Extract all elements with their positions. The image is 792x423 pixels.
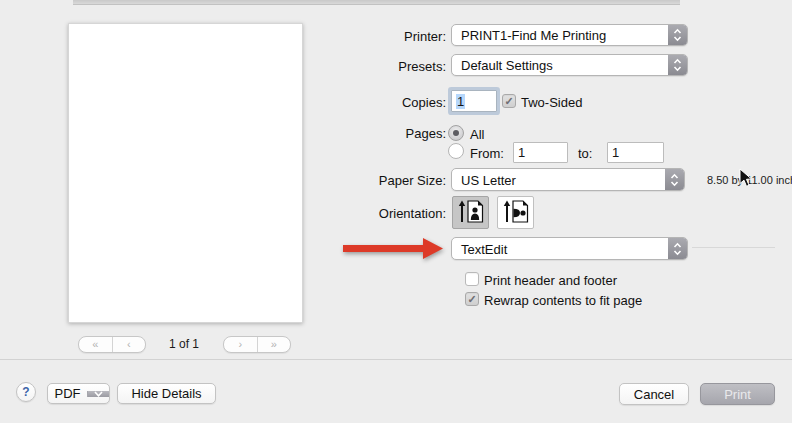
orientation-portrait-button[interactable] xyxy=(452,196,489,229)
pages-to-input[interactable]: 1 xyxy=(607,142,664,163)
popup-arrows-icon xyxy=(665,169,684,190)
popup-arrows-icon xyxy=(668,55,687,75)
footer-separator xyxy=(0,359,792,360)
pages-from-radio[interactable] xyxy=(448,143,464,159)
hide-details-label: Hide Details xyxy=(131,386,201,401)
orientation-landscape-button[interactable] xyxy=(497,196,534,229)
pager-forward-group: › » xyxy=(223,336,291,353)
print-label: Print xyxy=(724,387,751,402)
paper-size-label: Paper Size: xyxy=(336,173,446,188)
pages-from-label: From: xyxy=(470,146,504,161)
window-above-edge xyxy=(73,0,680,5)
pages-to-label: to: xyxy=(578,146,592,161)
last-page-icon: » xyxy=(271,339,277,350)
paper-size-popup[interactable]: US Letter xyxy=(451,168,685,191)
cancel-button[interactable]: Cancel xyxy=(619,383,689,405)
pager-back-group: « ‹ xyxy=(78,336,146,353)
print-preview-page xyxy=(68,23,303,323)
print-header-footer-label: Print header and footer xyxy=(484,273,617,288)
printer-popup-value: PRINT1-Find Me Printing xyxy=(461,28,606,43)
next-page-icon: › xyxy=(238,339,242,350)
first-page-button[interactable]: « xyxy=(79,337,113,352)
pages-to-value: 1 xyxy=(612,145,619,160)
orientation-label: Orientation: xyxy=(336,206,446,221)
copies-value: 1 xyxy=(456,94,465,109)
check-icon: ✓ xyxy=(467,294,476,305)
popup-arrows-icon xyxy=(668,238,687,259)
help-icon: ? xyxy=(22,385,29,399)
pdf-button-label: PDF xyxy=(48,386,87,401)
section-separator xyxy=(692,247,775,248)
presets-label: Presets: xyxy=(336,59,446,74)
presets-popup-value: Default Settings xyxy=(461,58,553,73)
portrait-orientation-icon xyxy=(458,199,484,227)
previous-page-icon: ‹ xyxy=(127,339,131,350)
popup-arrows-icon xyxy=(668,25,687,45)
print-button[interactable]: Print xyxy=(700,383,775,405)
two-sided-checkbox[interactable]: ✓ xyxy=(502,94,516,108)
help-button[interactable]: ? xyxy=(16,382,36,402)
printer-label: Printer: xyxy=(336,29,446,44)
check-icon: ✓ xyxy=(504,96,513,107)
rewrap-contents-label: Rewrap contents to fit page xyxy=(484,293,642,308)
chevron-down-icon xyxy=(87,391,109,397)
cancel-label: Cancel xyxy=(634,387,674,402)
app-options-popup[interactable]: TextEdit xyxy=(451,237,688,260)
rewrap-contents-checkbox[interactable]: ✓ xyxy=(465,292,479,306)
app-options-popup-value: TextEdit xyxy=(461,241,507,256)
mouse-cursor-icon xyxy=(739,168,753,192)
pages-all-radio[interactable] xyxy=(448,125,464,141)
copies-label: Copies: xyxy=(336,95,446,110)
last-page-button[interactable]: » xyxy=(258,337,291,352)
pages-from-input[interactable]: 1 xyxy=(513,142,568,163)
pages-from-value: 1 xyxy=(518,145,525,160)
printer-popup[interactable]: PRINT1-Find Me Printing xyxy=(451,24,688,46)
previous-page-button[interactable]: ‹ xyxy=(113,337,146,352)
hide-details-button[interactable]: Hide Details xyxy=(117,383,216,404)
paper-size-popup-value: US Letter xyxy=(461,172,516,187)
landscape-orientation-icon xyxy=(503,199,529,227)
pdf-menu-button[interactable]: PDF xyxy=(47,383,110,404)
annotation-arrow-icon xyxy=(343,236,445,266)
first-page-icon: « xyxy=(92,339,98,350)
next-page-button[interactable]: › xyxy=(224,337,258,352)
page-count-label: 1 of 1 xyxy=(154,337,214,351)
pages-all-label: All xyxy=(470,127,484,142)
print-header-footer-checkbox[interactable]: ✓ xyxy=(465,272,479,286)
copies-input[interactable]: 1 xyxy=(451,90,497,112)
radio-dot xyxy=(453,130,459,136)
two-sided-label: Two-Sided xyxy=(521,95,582,110)
presets-popup[interactable]: Default Settings xyxy=(451,54,688,76)
pages-label: Pages: xyxy=(336,126,446,141)
